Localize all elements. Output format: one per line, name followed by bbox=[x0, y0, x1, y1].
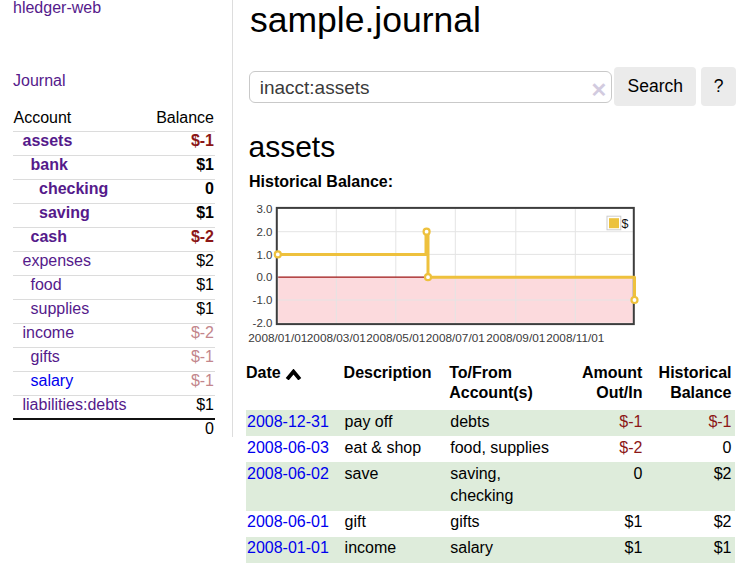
svg-text:$: $ bbox=[622, 217, 629, 231]
svg-text:-2.0: -2.0 bbox=[253, 317, 273, 329]
svg-text:-1.0: -1.0 bbox=[253, 294, 273, 306]
svg-text:2008/07/01: 2008/07/01 bbox=[426, 331, 485, 345]
svg-text:2008/11/01: 2008/11/01 bbox=[546, 331, 604, 345]
svg-text:2008/05/01: 2008/05/01 bbox=[366, 331, 425, 345]
svg-text:0.0: 0.0 bbox=[256, 271, 272, 283]
svg-text:3.0: 3.0 bbox=[256, 203, 272, 215]
svg-text:2008/01/01: 2008/01/01 bbox=[248, 331, 307, 345]
svg-text:1.0: 1.0 bbox=[256, 249, 272, 261]
svg-text:2.0: 2.0 bbox=[256, 226, 272, 238]
svg-text:2008/03/01: 2008/03/01 bbox=[307, 331, 366, 345]
svg-text:2008/09/01: 2008/09/01 bbox=[486, 331, 545, 345]
